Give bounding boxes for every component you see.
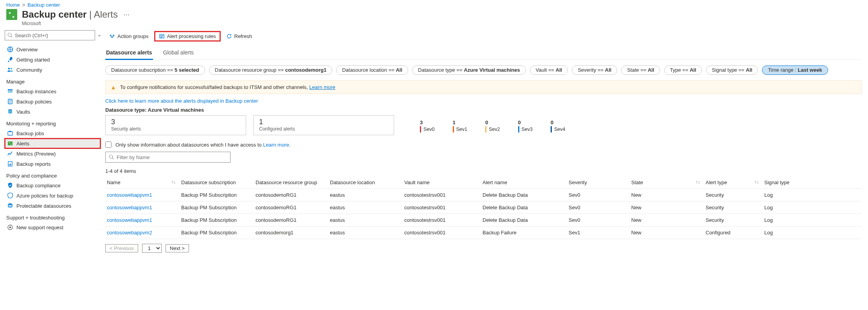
vault-icon [7, 109, 13, 115]
table-row[interactable]: contosowebappvm1Backup PM Subscriptionco… [105, 214, 862, 227]
refresh-button[interactable]: Refresh [222, 32, 256, 41]
pill-datasource-type[interactable]: Datasource type == Azure Virtual machine… [412, 65, 526, 75]
action-groups-button[interactable]: Action groups [105, 32, 153, 41]
cell-state: New [630, 214, 704, 227]
pill-subscription[interactable]: Datasource subscription == 5 selected [105, 65, 205, 75]
sidebar-item-backup-reports[interactable]: Backup reports [5, 159, 101, 169]
instances-icon [7, 88, 13, 94]
sidebar-item-protectable[interactable]: Protectable datasources [5, 201, 101, 211]
summary-row: 3 Security alerts 1 Configured alerts 3S… [105, 115, 862, 135]
cell-type: Configured [704, 227, 763, 239]
col-resource-group[interactable]: Datasource resource group [254, 176, 328, 189]
pill-location[interactable]: Datasource location == All [336, 65, 408, 75]
pill-time-range[interactable]: Time range : Last week [762, 65, 828, 75]
more-actions-icon[interactable]: ⋯ [123, 11, 130, 18]
col-severity[interactable]: Severity [567, 176, 630, 189]
svg-rect-13 [9, 164, 10, 165]
banner-learn-more-link[interactable]: Learn more [309, 84, 335, 90]
sidebar-collapse-icon[interactable]: « [98, 33, 101, 38]
col-state[interactable]: State↑↓ [630, 176, 704, 189]
banner-text: To configure notifications for successfu… [120, 84, 335, 90]
datasource-icon [7, 203, 13, 209]
metrics-icon [7, 150, 13, 157]
table-row[interactable]: contosowebappvm1Backup PM Subscriptionco… [105, 201, 862, 214]
sidebar-item-overview[interactable]: Overview [5, 44, 101, 54]
pill-state[interactable]: State == All [621, 65, 660, 75]
pill-vault[interactable]: Vault == All [530, 65, 568, 75]
col-vault[interactable]: Vault name [403, 176, 481, 189]
cell-signal: Log [763, 201, 862, 214]
col-subscription[interactable]: Datasource subscription [180, 176, 254, 189]
sidebar-search-input[interactable]: Search (Ctrl+/) [5, 30, 95, 40]
access-only-checkbox[interactable] [105, 141, 112, 148]
breadcrumb-home[interactable]: Home [6, 2, 20, 8]
cell-name[interactable]: contosowebappvm1 [105, 214, 180, 227]
summary-security-alerts[interactable]: 3 Security alerts [105, 115, 246, 135]
cell-vault: contosotestrsv001 [403, 201, 481, 214]
access-only-learn-more[interactable]: Learn more [263, 142, 289, 148]
sidebar-item-backup-jobs[interactable]: Backup jobs [5, 128, 101, 138]
filter-by-name-input[interactable] [105, 152, 231, 163]
sev4-chip[interactable]: 0Sev4 [551, 120, 565, 132]
pager-prev[interactable]: < Previous [105, 244, 138, 252]
sidebar-item-metrics[interactable]: Metrics (Preview) [5, 149, 101, 159]
cell-state: New [630, 201, 704, 214]
col-alert-type[interactable]: Alert type↑↓ [704, 176, 763, 189]
rules-icon [159, 33, 165, 39]
sidebar-item-azure-policies[interactable]: Azure policies for backup [5, 190, 101, 201]
cell-rg: contosodemoRG1 [254, 214, 328, 227]
tabs: Datasource alerts Global alerts [105, 47, 862, 60]
col-signal-type[interactable]: Signal type [763, 176, 862, 189]
cell-sub: Backup PM Subscription [180, 201, 254, 214]
sidebar-item-backup-instances[interactable]: Backup instances [5, 86, 101, 96]
cell-rg: contosodemoRG1 [254, 189, 328, 201]
pill-resource-group[interactable]: Datasource resource group == contosodemo… [209, 65, 332, 75]
sidebar-section-manage: Manage [5, 75, 101, 86]
pager-page-select[interactable]: 1 [142, 244, 162, 253]
sev2-chip[interactable]: 0Sev2 [485, 120, 500, 132]
cell-name[interactable]: contosowebappvm1 [105, 201, 180, 214]
severity-breakdown: 3Sev0 1Sev1 0Sev2 0Sev3 0Sev4 [420, 115, 565, 135]
svg-point-1 [8, 68, 10, 69]
pill-type[interactable]: Type == All [664, 65, 702, 75]
pill-signal-type[interactable]: Signal type == All [706, 65, 758, 75]
sidebar-item-vaults[interactable]: Vaults [5, 107, 101, 117]
svg-point-10 [9, 142, 10, 143]
cell-state: New [630, 227, 704, 239]
table-row[interactable]: contosowebappvm1Backup PM Subscriptionco… [105, 189, 862, 201]
sev0-chip[interactable]: 3Sev0 [420, 120, 435, 132]
pager: < Previous 1 Next > [105, 239, 862, 257]
col-alert-name[interactable]: Alert name [481, 176, 567, 189]
col-name[interactable]: Name↑↓ [105, 176, 180, 189]
globe-icon [7, 46, 13, 53]
cell-name[interactable]: contosowebappvm2 [105, 227, 180, 239]
pager-next[interactable]: Next > [166, 244, 189, 252]
table-row[interactable]: contosowebappvm2Backup PM Subscriptionco… [105, 227, 862, 239]
cell-type: Security [704, 189, 763, 201]
summary-configured-alerts[interactable]: 1 Configured alerts [253, 115, 394, 135]
breadcrumb-current[interactable]: Backup center [27, 2, 60, 8]
shield-check-icon [7, 182, 13, 189]
learn-alerts-link[interactable]: Click here to learn more about the alert… [105, 98, 258, 104]
pill-severity[interactable]: Severity == All [572, 65, 617, 75]
svg-rect-9 [8, 141, 13, 145]
cell-loc: eastus [328, 201, 403, 214]
sidebar-item-getting-started[interactable]: Getting started [5, 54, 101, 65]
cell-type: Security [704, 201, 763, 214]
sidebar-section-monitoring: Monitoring + reporting [5, 117, 101, 128]
sev3-chip[interactable]: 0Sev3 [518, 120, 533, 132]
sidebar-item-alerts[interactable]: Alerts [5, 138, 101, 149]
sidebar-item-backup-policies[interactable]: Backup policies [5, 96, 101, 107]
tab-global-alerts[interactable]: Global alerts [162, 47, 195, 60]
col-location[interactable]: Datasource location [328, 176, 403, 189]
cell-state: New [630, 189, 704, 201]
svg-rect-4 [8, 91, 13, 92]
sidebar-item-backup-compliance[interactable]: Backup compliance [5, 180, 101, 190]
cell-name[interactable]: contosowebappvm1 [105, 189, 180, 201]
sev1-chip[interactable]: 1Sev1 [453, 120, 468, 132]
cell-loc: eastus [328, 189, 403, 201]
sidebar-item-community[interactable]: Community [5, 65, 101, 75]
alert-processing-rules-button[interactable]: Alert processing rules [154, 31, 221, 42]
sidebar-item-new-support[interactable]: New support request [5, 222, 101, 232]
tab-datasource-alerts[interactable]: Datasource alerts [105, 47, 153, 60]
